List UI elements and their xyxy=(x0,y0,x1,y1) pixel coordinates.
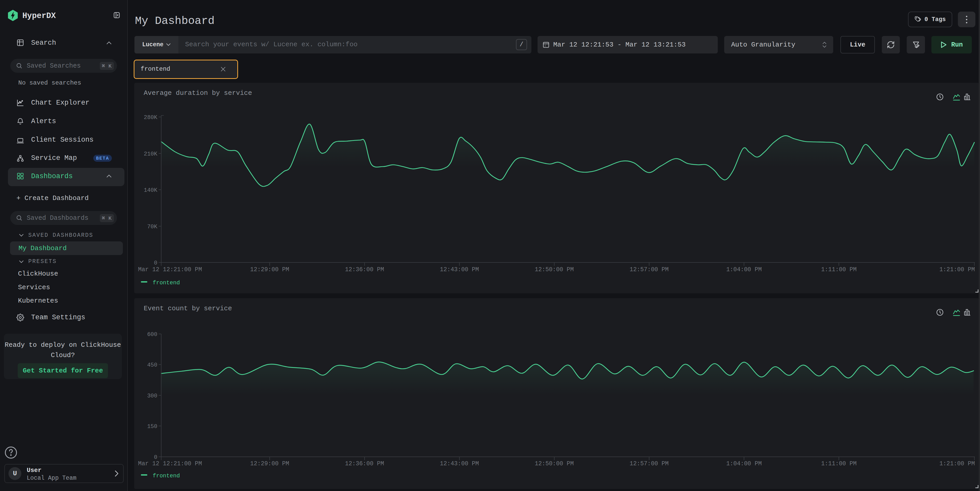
svg-text:1:21:00 PM: 1:21:00 PM xyxy=(939,266,975,273)
svg-text:1:11:00 PM: 1:11:00 PM xyxy=(821,461,857,467)
svg-text:12:50:00 PM: 12:50:00 PM xyxy=(535,266,574,273)
svg-text:12:43:00 PM: 12:43:00 PM xyxy=(440,266,479,273)
svg-text:600: 600 xyxy=(147,331,158,338)
svg-text:1:04:00 PM: 1:04:00 PM xyxy=(726,461,762,467)
svg-text:12:57:00 PM: 12:57:00 PM xyxy=(630,266,669,273)
svg-text:140K: 140K xyxy=(144,187,158,194)
svg-text:12:36:00 PM: 12:36:00 PM xyxy=(345,266,384,273)
svg-text:Mar 12 12:21:00 PM: Mar 12 12:21:00 PM xyxy=(138,266,202,273)
svg-text:280K: 280K xyxy=(144,114,158,121)
svg-text:1:11:00 PM: 1:11:00 PM xyxy=(821,266,857,273)
svg-text:1:21:00 PM: 1:21:00 PM xyxy=(939,461,975,467)
svg-text:12:29:00 PM: 12:29:00 PM xyxy=(250,266,289,273)
svg-text:frontend: frontend xyxy=(153,280,180,286)
svg-text:210K: 210K xyxy=(144,151,158,157)
svg-text:12:50:00 PM: 12:50:00 PM xyxy=(535,461,574,467)
svg-text:450: 450 xyxy=(147,362,158,369)
svg-text:70K: 70K xyxy=(147,224,158,230)
svg-text:12:43:00 PM: 12:43:00 PM xyxy=(440,461,479,467)
svg-text:1:04:00 PM: 1:04:00 PM xyxy=(726,266,762,273)
svg-text:Mar 12 12:21:00 PM: Mar 12 12:21:00 PM xyxy=(138,461,202,467)
svg-text:150: 150 xyxy=(147,423,158,430)
svg-text:12:57:00 PM: 12:57:00 PM xyxy=(630,461,669,467)
svg-text:12:36:00 PM: 12:36:00 PM xyxy=(345,461,384,467)
svg-text:12:29:00 PM: 12:29:00 PM xyxy=(250,461,289,467)
svg-text:frontend: frontend xyxy=(153,473,180,479)
svg-text:0: 0 xyxy=(154,260,158,266)
svg-text:300: 300 xyxy=(147,393,158,399)
svg-text:0: 0 xyxy=(154,454,158,461)
